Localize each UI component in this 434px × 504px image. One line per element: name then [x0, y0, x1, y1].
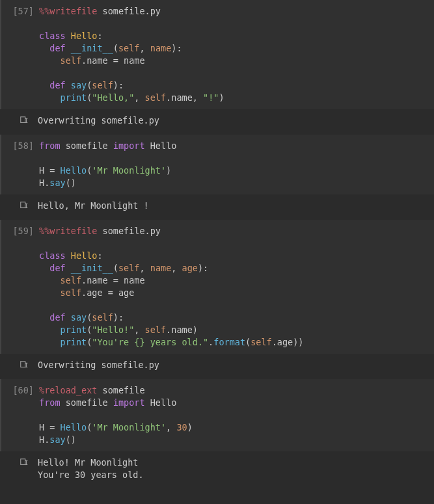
- svg-rect-1: [21, 202, 25, 208]
- code-token-fn: format: [213, 337, 245, 347]
- code-token-plain: Hello: [145, 397, 177, 408]
- code-token-punc: ):: [113, 312, 124, 323]
- code-token-plain: [39, 80, 49, 90]
- code-token-punc: (: [113, 43, 118, 53]
- code-token-punc: ):: [113, 80, 124, 90]
- code-token-punc: .: [81, 55, 87, 66]
- code-token-punc: ): [193, 325, 198, 335]
- code-editor[interactable]: from somefile import Hello H = Hello('Mr…: [39, 140, 434, 189]
- code-token-plain: [97, 6, 102, 16]
- code-token-fn: say: [71, 312, 87, 323]
- code-token-plain: Hello: [145, 140, 177, 151]
- code-token-punc: .: [272, 337, 277, 347]
- code-cell[interactable]: [59] %%writefile somefile.py class Hello…: [0, 220, 434, 354]
- code-token-fn: print: [61, 325, 87, 335]
- code-token-punc: ): [219, 92, 224, 103]
- code-token-str: 'Mr Moonlight': [92, 422, 166, 432]
- code-token-plain: name: [171, 325, 193, 335]
- code-token-plain: H: [39, 434, 44, 445]
- code-token-kw: def: [49, 263, 65, 273]
- code-token-param: self: [118, 263, 140, 273]
- code-token-fn: print: [61, 337, 87, 347]
- code-editor[interactable]: %%writefile somefile.py class Hello: def…: [39, 5, 434, 104]
- svg-rect-3: [21, 459, 25, 465]
- code-token-plain: H: [39, 178, 44, 188]
- code-token-plain: [66, 263, 71, 273]
- code-token-plain: [39, 43, 49, 53]
- code-token-plain: name: [87, 275, 108, 285]
- code-token-punc: ,: [134, 92, 144, 103]
- code-token-plain: [39, 55, 61, 66]
- code-token-plain: [97, 226, 102, 236]
- code-token-param: self: [118, 43, 140, 53]
- code-token-plain: age: [118, 287, 134, 298]
- code-cell[interactable]: [57] %%writefile somefile.py class Hello…: [0, 0, 434, 109]
- code-token-plain: age: [87, 287, 102, 298]
- code-token-kw: def: [49, 43, 65, 53]
- code-token-kw: class: [39, 250, 66, 261]
- code-token-punc: ): [166, 165, 171, 176]
- code-token-punc: (: [245, 337, 251, 347]
- code-token-num: 30: [176, 422, 187, 432]
- code-token-param: name: [150, 263, 172, 273]
- code-token-param: self: [61, 55, 82, 66]
- code-token-plain: [66, 80, 71, 90]
- code-token-punc: :: [97, 250, 102, 261]
- output-area: Hello! Mr Moonlight You're 30 years old.: [0, 451, 434, 486]
- code-token-magic: %reload_ext: [39, 385, 97, 395]
- code-token-param: self: [92, 80, 113, 90]
- code-token-punc: ,: [166, 422, 176, 432]
- code-token-kw: class: [39, 31, 66, 41]
- output-area: Overwriting somefile.py: [0, 354, 434, 377]
- code-token-param: self: [145, 92, 167, 103]
- output-area: Hello, Mr Moonlight !: [0, 194, 434, 217]
- code-token-punc: (): [66, 178, 76, 188]
- code-token-plain: name: [171, 92, 193, 103]
- code-token-kw: from: [39, 397, 61, 408]
- code-token-str: "You're {} years old.": [92, 337, 208, 347]
- code-token-magic: %%writefile: [39, 6, 97, 16]
- code-cell[interactable]: [60] %reload_ext somefile from somefile …: [0, 379, 434, 451]
- code-token-kw: from: [39, 140, 61, 151]
- code-token-fn: say: [49, 434, 65, 445]
- code-token-punc: )): [293, 337, 303, 347]
- output-text: Hello, Mr Moonlight !: [38, 200, 434, 212]
- code-token-str: "Hello!": [92, 325, 134, 335]
- code-token-plain: age: [277, 337, 293, 347]
- execution-count: [59]: [1, 225, 39, 349]
- code-token-kw: def: [49, 312, 65, 323]
- code-token-punc: =: [49, 422, 60, 432]
- code-token-fn: say: [71, 80, 87, 90]
- code-token-str: 'Mr Moonlight': [92, 165, 166, 176]
- code-token-fn: __init__: [71, 263, 113, 273]
- code-token-punc: :: [97, 31, 102, 41]
- code-token-punc: ,: [139, 263, 150, 273]
- code-token-file: somefile.py: [103, 226, 161, 236]
- code-token-plain: name: [124, 275, 145, 285]
- code-token-punc: .: [81, 275, 87, 285]
- code-token-punc: (): [66, 434, 76, 445]
- code-token-punc: .: [81, 287, 87, 298]
- code-token-plain: [39, 337, 61, 347]
- code-token-plain: [66, 31, 71, 41]
- code-token-plain: H: [39, 422, 49, 432]
- output-collapse-icon[interactable]: [0, 114, 38, 127]
- svg-rect-0: [21, 117, 25, 123]
- code-token-param: age: [182, 263, 198, 273]
- code-cell[interactable]: [58] from somefile import Hello H = Hell…: [0, 135, 434, 194]
- execution-count: [57]: [1, 5, 39, 104]
- code-editor[interactable]: %%writefile somefile.py class Hello: def…: [39, 225, 434, 349]
- code-token-name: Hello: [71, 31, 98, 41]
- output-collapse-icon[interactable]: [0, 200, 38, 212]
- code-token-file: somefile.py: [103, 6, 161, 16]
- execution-count: [58]: [1, 140, 39, 189]
- code-token-param: self: [61, 287, 82, 298]
- output-collapse-icon[interactable]: [0, 359, 38, 371]
- code-editor[interactable]: %reload_ext somefile from somefile impor…: [39, 384, 434, 446]
- output-text: Hello! Mr Moonlight You're 30 years old.: [38, 457, 434, 481]
- code-token-plain: [39, 287, 61, 298]
- output-collapse-icon[interactable]: [0, 457, 38, 481]
- code-token-plain: [39, 92, 61, 103]
- code-token-plain: [39, 312, 49, 323]
- code-token-plain: name: [87, 55, 108, 66]
